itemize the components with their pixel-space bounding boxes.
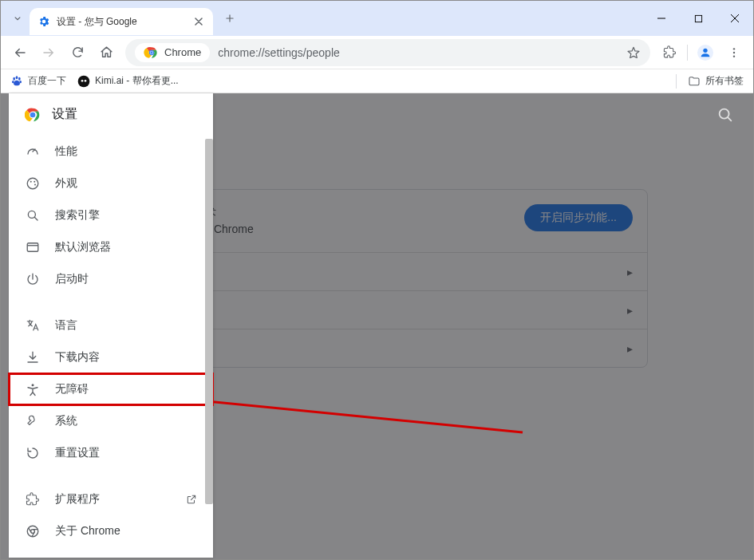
chrome-logo-icon xyxy=(25,107,41,123)
bookmark-star-button[interactable] xyxy=(626,45,641,60)
all-bookmarks-button[interactable]: 所有书签 xyxy=(688,74,744,88)
svg-point-21 xyxy=(27,178,38,189)
close-icon xyxy=(730,14,740,23)
sidebar-item-downloads[interactable]: 下载内容 xyxy=(9,341,213,373)
person-icon xyxy=(697,45,713,61)
tab-close-button[interactable] xyxy=(192,15,205,28)
download-icon xyxy=(25,349,41,365)
reload-button[interactable] xyxy=(65,40,90,65)
site-info-label: Chrome xyxy=(164,46,201,58)
bookmarks-separator xyxy=(676,74,677,89)
sidebar-item-label: 启动时 xyxy=(55,272,89,286)
back-button[interactable] xyxy=(7,40,33,65)
sidebar-scroll-area: 性能 外观 搜索引擎 默认浏览器 启动时 语言 下载内容 无障碍 xyxy=(9,136,213,558)
chevron-down-icon xyxy=(12,13,23,24)
kebab-icon xyxy=(728,46,740,59)
svg-point-20 xyxy=(30,112,36,117)
sidebar-item-extensions[interactable]: 扩展程序 xyxy=(9,483,213,515)
tab-title: 设置 - 您与 Google xyxy=(57,15,186,29)
svg-point-9 xyxy=(13,77,15,80)
sidebar-item-system[interactable]: 系统 xyxy=(9,405,213,437)
sidebar-item-reset[interactable]: 重置设置 xyxy=(9,437,213,469)
browser-tab[interactable]: 设置 - 您与 Google xyxy=(30,8,213,35)
svg-point-24 xyxy=(34,184,36,186)
gear-icon xyxy=(38,15,50,28)
sidebar-item-on-startup[interactable]: 启动时 xyxy=(9,263,213,295)
baidu-paw-icon xyxy=(10,75,23,88)
sidebar-item-label: 默认浏览器 xyxy=(55,240,111,254)
svg-point-11 xyxy=(18,77,21,80)
search-icon xyxy=(25,207,41,223)
star-icon xyxy=(626,45,641,60)
arrow-left-icon xyxy=(13,45,27,60)
browser-window-icon xyxy=(25,239,41,255)
bookmarks-bar: 百度一下 Kimi.ai - 帮你看更... 所有书签 xyxy=(1,69,753,93)
tab-strip: 设置 - 您与 Google xyxy=(1,1,753,36)
svg-point-7 xyxy=(733,51,735,53)
accessibility-icon xyxy=(25,381,41,397)
sidebar-item-label: 关于 Chrome xyxy=(55,524,120,538)
window-maximize-button[interactable] xyxy=(680,1,716,36)
arrow-right-icon xyxy=(41,45,56,60)
open-external-icon xyxy=(186,494,197,505)
scrollbar-thumb[interactable] xyxy=(205,139,213,504)
svg-point-8 xyxy=(733,55,735,57)
speedometer-icon xyxy=(25,144,41,160)
settings-title: 设置 xyxy=(52,106,77,123)
svg-rect-0 xyxy=(695,15,701,22)
sidebar-item-languages[interactable]: 语言 xyxy=(9,310,213,341)
sidebar-item-label: 扩展程序 xyxy=(55,492,100,507)
home-button[interactable] xyxy=(93,40,119,65)
svg-point-15 xyxy=(81,80,84,82)
bookmark-item-kimi[interactable]: Kimi.ai - 帮你看更... xyxy=(77,74,179,88)
sidebar-item-about-chrome[interactable]: 关于 Chrome xyxy=(9,515,213,547)
tab-search-button[interactable] xyxy=(6,6,30,30)
chrome-icon xyxy=(144,45,160,61)
chrome-outline-icon xyxy=(25,523,41,539)
svg-point-4 xyxy=(150,51,152,53)
settings-sidebar: 设置 性能 外观 搜索引擎 默认浏览器 启动时 语言 下载内 xyxy=(9,93,213,558)
menu-button[interactable] xyxy=(721,40,747,65)
settings-search-button[interactable] xyxy=(716,106,734,124)
bookmark-label: Kimi.ai - 帮你看更... xyxy=(95,74,179,88)
palette-icon xyxy=(25,175,41,191)
svg-point-10 xyxy=(16,76,18,79)
sidebar-scrollbar[interactable] xyxy=(205,139,213,554)
bookmark-label: 百度一下 xyxy=(28,74,66,88)
wrench-icon xyxy=(25,413,41,429)
reset-icon xyxy=(25,445,41,461)
power-icon xyxy=(25,271,41,287)
bookmark-item-baidu[interactable]: 百度一下 xyxy=(10,74,66,88)
forward-button[interactable] xyxy=(36,40,61,65)
sidebar-item-performance[interactable]: 性能 xyxy=(9,136,213,168)
new-tab-button[interactable] xyxy=(218,6,242,30)
sidebar-item-accessibility[interactable]: 无障碍 xyxy=(9,373,213,405)
settings-header: 设置 xyxy=(9,93,213,136)
translate-icon xyxy=(25,317,41,333)
sidebar-item-default-browser[interactable]: 默认浏览器 xyxy=(9,231,213,263)
sidebar-item-label: 重置设置 xyxy=(55,446,100,460)
svg-point-6 xyxy=(733,48,735,49)
sidebar-item-label: 搜索引擎 xyxy=(55,208,100,223)
sidebar-item-label: 外观 xyxy=(55,176,77,191)
kimi-icon xyxy=(77,75,90,88)
minimize-icon xyxy=(657,14,666,23)
window-minimize-button[interactable] xyxy=(643,1,680,36)
sidebar-item-label: 下载内容 xyxy=(55,350,100,365)
toolbar-separator xyxy=(687,45,688,61)
sidebar-item-search-engine[interactable]: 搜索引擎 xyxy=(9,199,213,231)
svg-point-14 xyxy=(78,75,90,87)
svg-point-27 xyxy=(32,384,34,386)
maximize-icon xyxy=(694,14,703,23)
sidebar-item-appearance[interactable]: 外观 xyxy=(9,168,213,199)
window-close-button[interactable] xyxy=(716,1,753,36)
address-bar[interactable]: Chrome chrome://settings/people xyxy=(125,39,650,66)
sidebar-item-label: 语言 xyxy=(55,318,77,333)
extensions-button[interactable] xyxy=(657,40,682,65)
svg-point-5 xyxy=(703,48,707,52)
site-info-chip[interactable]: Chrome xyxy=(135,43,210,62)
profile-button[interactable] xyxy=(693,40,718,65)
svg-point-22 xyxy=(30,181,32,183)
sidebar-item-label: 性能 xyxy=(55,144,77,159)
reload-icon xyxy=(71,45,85,59)
